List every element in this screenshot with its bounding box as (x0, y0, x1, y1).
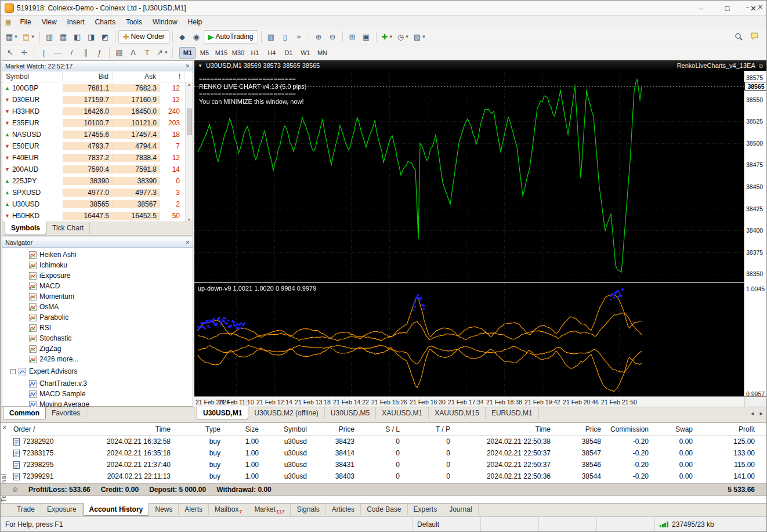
terminal-tab[interactable]: Mailbox7 (209, 504, 248, 516)
market-watch-row[interactable]: ▼H50HKD 16447.5 16452.5 50 (2, 210, 193, 222)
collapse-icon[interactable]: − (10, 369, 16, 374)
restore-button[interactable]: □ (714, 1, 740, 16)
close-icon[interactable]: ✕ (185, 240, 190, 245)
navigator-indicator-item[interactable]: ZigZag (2, 343, 193, 354)
column-header-symbol[interactable]: Symbol (2, 73, 63, 81)
line-chart-button[interactable]: ≈ (292, 30, 306, 44)
chart-tab[interactable]: U30USD,M1 (197, 407, 248, 419)
navigator-tab[interactable]: Favorites (46, 407, 86, 419)
timeframe-button[interactable]: M5 (196, 47, 212, 59)
timeframe-button[interactable]: M15 (213, 47, 229, 59)
price-chart[interactable] (194, 71, 744, 396)
status-profile[interactable]: Default (413, 517, 481, 531)
ea-smiley-icon[interactable]: ☺ (758, 62, 764, 69)
bar-chart-button[interactable]: ▥ (265, 30, 278, 44)
terminal-tab[interactable]: Code Base (361, 504, 407, 515)
column-header[interactable]: Swap (653, 425, 697, 433)
chart-tab[interactable]: U30USD,M5 (325, 407, 376, 419)
terminal-tab[interactable]: News (149, 504, 179, 515)
column-header[interactable]: Type (175, 425, 225, 433)
menu-item[interactable]: File (15, 17, 36, 27)
zoom-in-button[interactable]: ⊕ (312, 30, 325, 44)
chart-tab[interactable]: EURUSD,M1 (486, 407, 539, 419)
mdi-close-button[interactable]: ✕ (758, 3, 763, 11)
channel-button[interactable]: ∥ (79, 46, 92, 59)
scroll-right-icon[interactable]: ▸ (759, 410, 763, 417)
metaeditor-button[interactable]: ◆ (176, 30, 189, 44)
terminal-toggle[interactable]: ◨ (85, 30, 98, 44)
navigator-tab[interactable]: Common (3, 407, 46, 419)
cursor-button[interactable]: ↖ (3, 46, 17, 59)
navigator-indicator-item[interactable]: OsMA (2, 302, 193, 312)
terminal-tab[interactable]: Account History (83, 503, 150, 516)
terminal-close-icon[interactable]: ✕ (2, 425, 7, 430)
zoom-out-button[interactable]: ⊖ (326, 30, 339, 44)
shapes-button[interactable]: ▧ (113, 46, 126, 59)
text-label-button[interactable]: A (126, 46, 140, 59)
column-header[interactable]: Price (312, 425, 359, 433)
search-button[interactable] (732, 30, 745, 44)
community-chat-button[interactable] (748, 30, 762, 44)
collapse-chart-icon[interactable]: ▼ (198, 63, 202, 68)
column-header[interactable]: Symbol (263, 425, 312, 433)
column-header[interactable]: Commission (606, 425, 653, 433)
scroll-down-icon[interactable]: ▼ (187, 218, 191, 222)
market-watch-tab[interactable]: Symbols (5, 222, 46, 234)
order-history-row[interactable]: 72383175 2024.02.21 16:35:18 buy 1.00 u3… (10, 447, 766, 459)
terminal-tab[interactable]: Market117 (248, 504, 291, 516)
menu-item[interactable]: View (37, 17, 62, 27)
scroll-up-icon[interactable]: ▲ (187, 82, 191, 86)
scroll-left-icon[interactable]: ◂ (751, 410, 754, 417)
terminal-tab[interactable]: Journal (443, 504, 478, 515)
crosshair-button[interactable]: ✛ (17, 46, 31, 59)
terminal-tab[interactable]: Exposure (41, 504, 83, 515)
market-watch-scrollbar[interactable]: ▲ ▼ (185, 82, 193, 222)
navigator-toggle[interactable]: ◧ (71, 30, 84, 44)
menu-item[interactable]: Insert (62, 17, 90, 27)
column-header[interactable]: Time (85, 425, 175, 433)
terminal-tab[interactable]: Alerts (179, 504, 209, 515)
menu-item[interactable]: Tools (121, 17, 147, 27)
navigator-indicator-item[interactable]: Stochastic (2, 333, 193, 343)
timeframe-button[interactable]: MN (314, 47, 330, 59)
chart-tab[interactable]: XAUUSD,M1 (376, 407, 429, 419)
periods-button[interactable]: ◷▾ (395, 30, 411, 44)
terminal-tab[interactable]: Articles (326, 504, 361, 515)
timeframe-button[interactable]: W1 (297, 47, 313, 59)
column-header[interactable]: Size (225, 425, 263, 433)
expert-advisors-node[interactable]: − Expert Advisors (2, 366, 193, 377)
navigator-indicator-item[interactable]: Parabolic (2, 312, 193, 323)
vertical-line-button[interactable]: | (37, 46, 50, 59)
navigator-indicator-item[interactable]: Ichimoku (2, 260, 193, 270)
market-watch-tab[interactable]: Tick Chart (46, 222, 90, 234)
navigator-indicator-item[interactable]: MACD (2, 281, 193, 291)
market-watch-row[interactable]: ▲U30USD 38565 38567 2 (2, 198, 193, 210)
horizontal-line-button[interactable]: ― (51, 46, 64, 59)
terminal-tab[interactable]: Trade (11, 504, 41, 515)
market-watch-toggle[interactable]: ▥ (43, 30, 56, 44)
autotrading-button[interactable]: ▶AutoTrading (204, 30, 258, 44)
column-header-spread[interactable]: ! (160, 73, 184, 81)
new-order-button[interactable]: ✚New Order (118, 30, 169, 44)
timeframe-button[interactable]: M1 (179, 47, 196, 59)
column-header[interactable]: T / P (404, 425, 455, 433)
trendline-button[interactable]: / (65, 46, 78, 59)
market-watch-row[interactable]: ▲NASUSD 17455.6 17457.4 18 (2, 129, 193, 140)
timeframe-button[interactable]: M30 (230, 47, 246, 59)
time-axis[interactable]: 21 Feb 202421 Feb 11:1021 Feb 12:1421 Fe… (194, 396, 744, 407)
navigator-expert-item[interactable]: MACD Sample (2, 389, 193, 399)
column-header-ask[interactable]: Ask (113, 73, 160, 81)
chart-tab[interactable]: U30USD,M2 (offline) (248, 407, 324, 419)
market-watch-row[interactable]: ▲225JPY 38390 38390 0 (2, 175, 193, 187)
minimize-button[interactable]: – (688, 1, 714, 16)
market-watch-row[interactable]: ▼D30EUR 17159.7 17160.9 12 (2, 94, 193, 106)
timeframe-button[interactable]: D1 (280, 47, 296, 59)
order-history-row[interactable]: 72382920 2024.02.21 16:32:58 buy 1.00 u3… (10, 436, 766, 447)
terminal-tab[interactable]: Experts (408, 504, 444, 515)
column-header[interactable]: Order / (10, 425, 85, 433)
market-watch-row[interactable]: ▼E35EUR 10100.7 10121.0 203 (2, 117, 193, 129)
fibonacci-button[interactable]: ƒ (93, 46, 106, 59)
navigator-indicator-item[interactable]: Momentum (2, 291, 193, 302)
market-watch-row[interactable]: ▲SPXUSD 4977.0 4977.3 3 (2, 187, 193, 198)
market-watch-row[interactable]: ▼E50EUR 4793.7 4794.4 7 (2, 140, 193, 152)
